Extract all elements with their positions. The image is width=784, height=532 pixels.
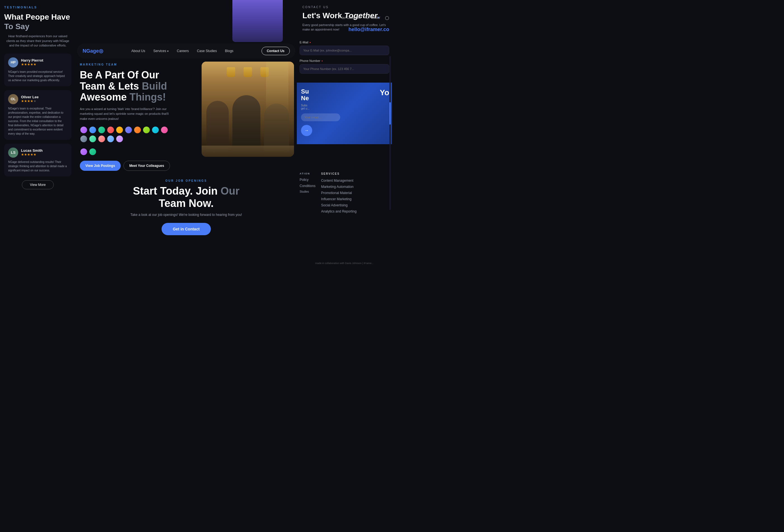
team-avatar-11 bbox=[80, 135, 88, 143]
team-avatar-7 bbox=[134, 126, 141, 134]
job-section: OUR JOB OPENINGS Start Today. Join OurTe… bbox=[80, 179, 292, 235]
team-avatar-13 bbox=[98, 135, 106, 143]
nav-services[interactable]: Services ▾ bbox=[150, 47, 172, 55]
footer-nav: ATION Policy Conditions Studies SERVICES… bbox=[300, 172, 389, 216]
review-card-1: HP Harry Pierrot ★★★★★ NGage's team prov… bbox=[4, 54, 72, 86]
nav-case-studies-label: Case Studies bbox=[197, 49, 217, 53]
footer-nav-col1: ATION Policy Conditions Studies bbox=[300, 172, 315, 195]
nav-careers-label: Careers bbox=[177, 49, 189, 53]
arrow-right-icon: → bbox=[304, 128, 309, 133]
email-input[interactable] bbox=[300, 46, 389, 55]
nav-blogs[interactable]: Blogs bbox=[222, 47, 237, 55]
meet-colleagues-button[interactable]: Meet Your Colleagues bbox=[123, 161, 170, 171]
action-buttons: View Job Postings Meet Your Colleagues bbox=[80, 161, 292, 171]
team-avatar-8 bbox=[142, 126, 150, 134]
view-more-button[interactable]: View More bbox=[22, 180, 54, 189]
team-photo-inner bbox=[202, 62, 294, 157]
marketing-title-p4: Things! bbox=[129, 91, 166, 103]
service-item-5[interactable]: Social Advertising bbox=[321, 203, 357, 207]
job-title-p2: Our bbox=[221, 185, 240, 197]
nav-careers[interactable]: Careers bbox=[173, 47, 192, 55]
made-by-text: made in collaboration with Davis Johnson… bbox=[297, 262, 392, 264]
phone-field-label: Phone Number ● bbox=[300, 59, 389, 62]
avatar-harry: HP bbox=[8, 57, 18, 67]
service-item-3[interactable]: Promotional Material bbox=[321, 191, 357, 195]
reviewer-stars-2: ★★★★★ bbox=[21, 99, 39, 103]
chevron-down-icon: ▾ bbox=[167, 50, 169, 53]
scroll-thumb bbox=[390, 102, 391, 124]
view-jobs-button[interactable]: View Job Postings bbox=[80, 161, 121, 171]
footer-policy-link[interactable]: Policy bbox=[300, 178, 315, 182]
linkedin-link[interactable]: in LinkedIn bbox=[341, 16, 360, 20]
logo: NGage◎ bbox=[83, 48, 103, 54]
reviewer-stars-3: ★★★★★ bbox=[21, 152, 43, 157]
phone-required-indicator: ● bbox=[321, 60, 323, 62]
logo-text: NGage bbox=[83, 48, 99, 54]
marketing-title: Be A Part Of OurTeam & Lets BuildAwesome… bbox=[80, 69, 184, 103]
team-avatar-9 bbox=[151, 126, 159, 134]
testimonials-subtitle: Hear firsthand experiences from our valu… bbox=[4, 34, 72, 48]
nav-ation-label: ATION bbox=[300, 172, 315, 175]
reviewer-info-2: Oliver Lee ★★★★★ bbox=[21, 95, 39, 103]
job-title-p1: Start Today. Join bbox=[133, 185, 221, 197]
contact-title-text: Let's Work bbox=[302, 11, 344, 20]
email-required-indicator: ● bbox=[309, 41, 311, 44]
review-text-2: NGage's team is exceptional. Their profe… bbox=[8, 106, 67, 136]
twitter-link[interactable]: 𝕏 Twitter bbox=[365, 16, 380, 20]
job-description: Take a look at our job openings! We're l… bbox=[80, 213, 292, 217]
service-item-1[interactable]: Content Management bbox=[321, 179, 357, 183]
job-title: Start Today. Join OurTeam Now. bbox=[80, 185, 292, 209]
email-field-label: E-Mail ● bbox=[300, 40, 389, 44]
job-tag: OUR JOB OPENINGS bbox=[80, 179, 292, 182]
team-avatar-5 bbox=[116, 126, 123, 134]
phone-input[interactable] bbox=[300, 64, 389, 74]
social-links: in LinkedIn 𝕏 Twitter ◯ bbox=[341, 16, 389, 20]
team-avatar-2 bbox=[89, 126, 96, 134]
reviewer-stars-1: ★★★★★ bbox=[21, 62, 43, 66]
footer-services-col: SERVICES Content Management Marketing Au… bbox=[321, 172, 357, 216]
team-avatar-16 bbox=[80, 148, 88, 156]
logo-accent: ◎ bbox=[99, 48, 103, 54]
testimonials-title: What Peope Have To Say bbox=[4, 12, 72, 31]
nav-contact-button[interactable]: Contact Us bbox=[261, 47, 290, 55]
nav-case-studies[interactable]: Case Studies bbox=[194, 47, 220, 55]
testimonials-title-part2: To Say bbox=[4, 22, 29, 31]
scrollbar[interactable] bbox=[390, 56, 391, 210]
testimonials-label: TESTIMONIALS bbox=[4, 6, 72, 9]
nav-about[interactable]: About Us bbox=[128, 47, 148, 55]
subscribe-content: SuNe Subsget u... Yo → bbox=[297, 83, 392, 142]
service-item-4[interactable]: Influencer Marketing bbox=[321, 197, 357, 201]
reviewer-header-2: OL Oliver Lee ★★★★★ bbox=[8, 94, 67, 104]
contact-form: E-Mail ● Phone Number ● bbox=[297, 40, 392, 78]
marketing-description: Are you a wizard at turning 'blah' into … bbox=[80, 107, 169, 121]
footer-nav-inner: ATION Policy Conditions Studies SERVICES… bbox=[300, 172, 389, 216]
testimonials-title-part1: What Peope Have bbox=[4, 12, 70, 21]
marketing-title-p2: Build bbox=[142, 80, 167, 92]
subscribe-input[interactable] bbox=[301, 113, 340, 121]
website-frame: NGage◎ About Us Services ▾ Careers Case … bbox=[74, 0, 298, 266]
hero-gradient-decoration bbox=[232, 0, 283, 42]
desk bbox=[202, 146, 294, 157]
reviewer-info-1: Harry Pierrot ★★★★★ bbox=[21, 58, 43, 66]
service-item-6[interactable]: Analytics and Reporting bbox=[321, 209, 357, 213]
yo-text: Yo bbox=[380, 88, 389, 97]
reviewer-name-1: Harry Pierrot bbox=[21, 58, 43, 62]
office-background bbox=[202, 62, 294, 157]
team-avatar-3 bbox=[98, 126, 106, 134]
team-avatar-14 bbox=[107, 135, 114, 143]
team-avatar-6 bbox=[124, 126, 133, 134]
avatar-lucas: LS bbox=[8, 147, 18, 158]
twitter-icon: 𝕏 bbox=[365, 16, 369, 20]
subscribe-button[interactable]: → bbox=[301, 125, 312, 136]
nav-services-label: Services bbox=[153, 49, 166, 53]
instagram-link[interactable]: ◯ bbox=[385, 16, 389, 20]
service-item-2[interactable]: Marketing Automation bbox=[321, 185, 357, 189]
nav-about-label: About Us bbox=[131, 49, 145, 53]
get-contact-button[interactable]: Get in Contact bbox=[162, 223, 211, 235]
footer-case-studies-link[interactable]: Studies bbox=[300, 190, 315, 193]
team-avatar-17 bbox=[89, 148, 96, 156]
review-text-1: NGage's team provided exceptional servic… bbox=[8, 70, 67, 82]
footer-conditions-link[interactable]: Conditions bbox=[300, 184, 315, 188]
team-avatar-12 bbox=[89, 135, 96, 143]
contact-email[interactable]: hello@iframer.co bbox=[348, 27, 389, 32]
